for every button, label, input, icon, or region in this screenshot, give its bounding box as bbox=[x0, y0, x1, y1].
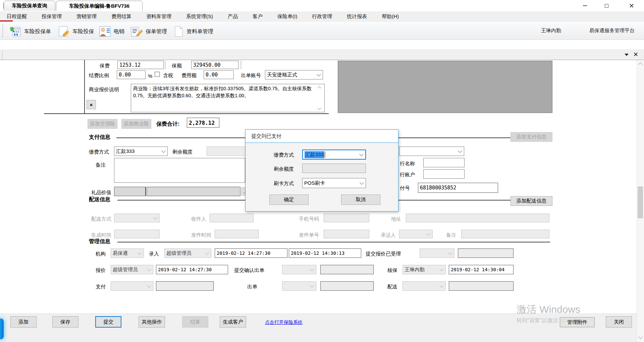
dialog-card-method-combo[interactable]: POS刷卡 bbox=[302, 178, 366, 188]
toolbar-car-insure-button[interactable]: 车险投保 bbox=[58, 25, 94, 38]
chevron-down-icon bbox=[360, 180, 364, 185]
pay-method-combo[interactable]: 汇款333 bbox=[114, 147, 168, 156]
settle-button[interactable]: 结算 bbox=[182, 316, 208, 328]
entry-time-2: 2019-02-12 14:30:13 bbox=[289, 248, 361, 258]
menu-report[interactable]: 统计报表 bbox=[347, 13, 367, 20]
org-label: 机构 bbox=[96, 251, 106, 256]
tab-car-policy-query[interactable]: 车险投保单查询 bbox=[4, 1, 55, 11]
form-group-left-border bbox=[84, 60, 85, 113]
quote-by-label: 报价 bbox=[96, 267, 106, 273]
menu-schedule[interactable]: 日程提醒 bbox=[7, 13, 27, 20]
menu-system[interactable]: 系统管理(S) bbox=[186, 13, 213, 20]
maximize-button[interactable] bbox=[596, 0, 617, 11]
edge-scroll-indicator[interactable] bbox=[0, 319, 4, 339]
delivery-method-label: 配送方式 bbox=[91, 216, 111, 222]
other-actions-button[interactable]: 其他操作 bbox=[139, 316, 165, 328]
chevron-down-icon bbox=[317, 72, 321, 76]
tab-list-dropdown-button[interactable] bbox=[625, 54, 629, 56]
pay-extra-combo[interactable] bbox=[399, 147, 464, 156]
issue-by-combo bbox=[282, 281, 316, 291]
percent-label: % bbox=[148, 73, 152, 79]
submit-button[interactable]: 提交 bbox=[95, 316, 121, 328]
tax-included-checkbox[interactable] bbox=[155, 72, 160, 77]
fee-amount-input[interactable]: 0.00 bbox=[204, 70, 234, 79]
scrollbar-thumb[interactable] bbox=[638, 186, 643, 218]
generate-customer-button[interactable]: 生成客户 bbox=[220, 316, 246, 328]
chevron-down-icon bbox=[138, 250, 142, 255]
toolbar-telemarketing-button[interactable]: 电销 bbox=[99, 25, 124, 38]
menu-marketing[interactable]: 营销管理 bbox=[76, 13, 97, 20]
dialog-pay-method-combo[interactable]: 汇款333 bbox=[302, 150, 366, 160]
tab-strip bbox=[0, 49, 644, 60]
management-section-line bbox=[117, 242, 550, 242]
commercial-quote-textarea[interactable]: 商业险：连续3年没有发生赔款，标准折扣0.337505。渠道系数0.75。自主核… bbox=[131, 84, 325, 112]
form-group-bottom-border bbox=[44, 113, 329, 114]
telemarketing-person-icon bbox=[99, 26, 111, 37]
app-window: 易保通管理平台 日程提醒 投保管理 营销管理 费用结算 资料库管理 系统管理(S… bbox=[0, 0, 644, 342]
manage-attachments-button[interactable]: 管理附件 bbox=[560, 317, 595, 327]
toolbar-car-policy-form-button[interactable]: 车险投保单 bbox=[9, 25, 51, 38]
add-payment-info-button[interactable]: 添加支付信息 bbox=[511, 132, 552, 142]
org-combo: 易保通 bbox=[111, 248, 144, 258]
remaining-quota-label: 剩余额度 bbox=[172, 149, 193, 155]
send-time-field bbox=[215, 230, 259, 238]
delivery-note-field bbox=[461, 230, 549, 238]
close-window-button[interactable] bbox=[619, 0, 644, 11]
settle-ratio-input[interactable]: 0.00 bbox=[117, 70, 146, 79]
current-user: 王琳内勤 bbox=[541, 27, 561, 34]
pay-note-textarea[interactable] bbox=[114, 158, 245, 183]
dialog-title-bar[interactable]: 提交到已支付 bbox=[246, 130, 398, 143]
deliver-by-combo bbox=[402, 281, 446, 291]
bank-account-input[interactable] bbox=[423, 169, 465, 179]
menu-product[interactable]: 产品 bbox=[228, 13, 238, 20]
menu-fee-settle[interactable]: 费用结算 bbox=[111, 13, 131, 20]
tab-close-button[interactable] bbox=[633, 52, 639, 57]
open-insurance-system-link[interactable]: 点击打开保险系统 bbox=[265, 320, 303, 326]
premium-input[interactable]: 1253.12 bbox=[117, 61, 164, 69]
add-compulsory-insurance-button[interactable]: 添加交强险 bbox=[88, 119, 117, 129]
add-delivery-info-button[interactable]: 添加配送信息 bbox=[511, 196, 552, 206]
confirm-issue-combo bbox=[282, 265, 316, 274]
menu-policy[interactable]: 保险单(I) bbox=[277, 13, 297, 20]
dialog-cancel-button[interactable]: 取消 bbox=[341, 194, 380, 205]
deliver-time bbox=[449, 281, 514, 291]
carrier-label: 承运人 bbox=[381, 232, 396, 238]
clear-quote-button[interactable]: × bbox=[87, 100, 96, 109]
toolbar-car-insure-label: 车险投保 bbox=[72, 28, 94, 35]
menu-help[interactable]: 帮助(H) bbox=[382, 13, 399, 20]
insured-amount-input[interactable]: 329450.00 bbox=[191, 61, 238, 69]
chevron-down-icon bbox=[439, 283, 444, 288]
divider bbox=[241, 61, 241, 69]
menu-admin[interactable]: 行政管理 bbox=[312, 13, 332, 20]
toolbar-data-form-button[interactable]: 资料单管理 bbox=[174, 25, 213, 38]
dialog-ok-button[interactable]: 确定 bbox=[269, 194, 309, 205]
gen-time-field bbox=[114, 230, 160, 238]
car-policy-form-icon bbox=[9, 26, 21, 37]
carrier-combo bbox=[399, 230, 433, 238]
menu-database[interactable]: 资料库管理 bbox=[146, 13, 171, 20]
windows-activation-watermark-line1: 激活 Windows bbox=[517, 303, 580, 317]
chevron-down-icon bbox=[359, 152, 364, 156]
menu-customer[interactable]: 客户 bbox=[253, 13, 263, 20]
entry-by-combo: 超级管理员 bbox=[164, 248, 211, 258]
add-button[interactable]: 添加 bbox=[10, 316, 37, 328]
menu-insure-mgmt[interactable]: 投保管理 bbox=[42, 13, 62, 20]
delivery-method-combo bbox=[114, 214, 160, 222]
receiver-field bbox=[210, 214, 254, 222]
tab-label: 车险投保单查询 bbox=[12, 3, 47, 9]
phone-field bbox=[324, 214, 369, 222]
pay-number-input[interactable]: 681800035852 bbox=[418, 183, 498, 193]
commercial-quote-label: 商业报价说明 bbox=[89, 87, 119, 92]
confirm-issue-label: 提交确认出单 bbox=[234, 267, 264, 273]
minimize-button[interactable] bbox=[574, 0, 596, 11]
dialog-title: 提交到已支付 bbox=[251, 133, 281, 139]
add-commercial-insurance-button[interactable]: 添加商业险 bbox=[121, 119, 151, 129]
settle-ratio-label: 结费比例 bbox=[89, 72, 109, 78]
close-tab-button[interactable]: 关闭 bbox=[606, 316, 632, 328]
save-button[interactable]: 保存 bbox=[52, 316, 78, 328]
bank-name-input[interactable] bbox=[423, 158, 465, 167]
issue-account-combo[interactable]: 天安捷顺正式 bbox=[265, 70, 323, 79]
tab-car-policy-edit[interactable]: 车险投保单编辑-鲁BFV736 bbox=[56, 1, 143, 11]
bank-name-label: 行名称 bbox=[400, 161, 415, 166]
toolbar-policy-manage-button[interactable]: 保单管理 bbox=[130, 25, 167, 38]
